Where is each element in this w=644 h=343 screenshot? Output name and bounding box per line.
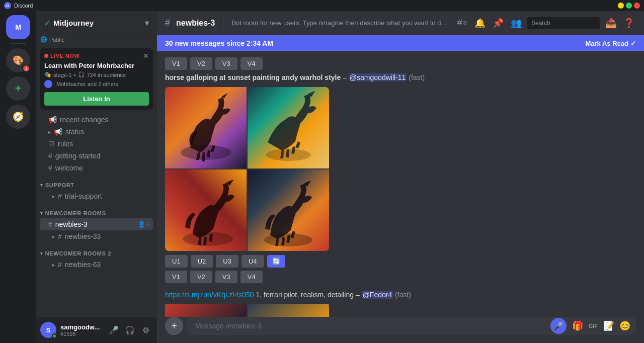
- category-support[interactable]: ▾ SUPPORT: [36, 174, 157, 190]
- v1-top-button[interactable]: V1: [165, 57, 187, 70]
- u1-button[interactable]: U1: [165, 255, 188, 268]
- chevron-right-icon-2: ▸: [52, 194, 55, 199]
- titlebar-controls[interactable]: [618, 3, 640, 9]
- message-input[interactable]: [195, 317, 546, 335]
- live-title: Learn with Peter Mohrbacher: [44, 62, 149, 69]
- server-header[interactable]: ✓ Midjourney ▾: [36, 11, 157, 35]
- voice-indicator: 🎤: [550, 318, 567, 334]
- listen-in-button[interactable]: Listen In: [44, 92, 149, 106]
- v2-top-button[interactable]: V2: [190, 57, 212, 70]
- u2-button[interactable]: U2: [191, 255, 213, 268]
- user-plus-icon: 👤+: [138, 221, 149, 228]
- prompt-text-2: 1, ferrari pilot, realism, detailing: [256, 291, 354, 299]
- maximize-button[interactable]: [626, 3, 632, 9]
- v1-bottom-button[interactable]: V1: [165, 271, 187, 283]
- refresh-button[interactable]: 🔄: [267, 255, 285, 268]
- main-content: # newbies-3 Bot room for new users. Type…: [157, 11, 644, 343]
- speed-tag-2: (fast): [395, 291, 411, 299]
- v4-top-button[interactable]: V4: [240, 57, 263, 70]
- image-cell-1: [165, 87, 247, 168]
- speed-tag-1: (fast): [409, 73, 425, 81]
- svg-point-5: [183, 232, 233, 246]
- search-bar[interactable]: 🔍: [527, 17, 600, 29]
- stage-icon: 🎭: [44, 71, 51, 78]
- sticker-button[interactable]: 📝: [602, 319, 616, 333]
- search-input[interactable]: [531, 20, 607, 27]
- chevron-right-icon-3: ▸: [52, 234, 55, 239]
- avatar-letter: S: [46, 326, 51, 334]
- live-now-header: LIVE NOW ✕: [44, 52, 149, 60]
- channel-item-status[interactable]: ▸ 📢 status: [40, 126, 153, 138]
- members-icon: #: [457, 18, 462, 28]
- mark-as-read-button[interactable]: Mark As Read ✓: [586, 40, 636, 47]
- live-now-banner: LIVE NOW ✕ Learn with Peter Mohrbacher 🎭…: [40, 48, 153, 110]
- presenters: Mohrbacher and 2 others: [44, 80, 149, 88]
- message-link[interactable]: https://s.mj.run/vKqLzI4s050: [165, 291, 254, 299]
- inbox-icon[interactable]: 📥: [604, 16, 618, 30]
- header-actions: # 8 🔔 📌 👥 🔍 📥 ❓: [455, 16, 636, 30]
- members-list-icon[interactable]: 👥: [509, 16, 523, 30]
- image-cell-4: [248, 169, 329, 251]
- pin-icon[interactable]: 📌: [491, 16, 505, 30]
- channel-item-newbies-3[interactable]: # newbies-3 👤+: [40, 218, 153, 230]
- chevron-right-icon: ▸: [48, 129, 51, 135]
- prompt-text-1: horse galloping at sunset painting andy …: [165, 73, 341, 81]
- channel-item-newbies-63[interactable]: ▸ # newbies-63: [40, 259, 153, 271]
- channel-sidebar: ✓ Midjourney ▾ 🌐 Public LIVE NOW ✕ Learn…: [36, 11, 157, 343]
- partial-img-1: [165, 304, 247, 317]
- server-icon-1[interactable]: 🎨 1: [6, 48, 30, 72]
- user-bar: S samgoodw... #1598 🎤 🎧 ⚙: [36, 317, 157, 343]
- channel-item-rules[interactable]: ☑ rules: [40, 138, 153, 150]
- u4-button[interactable]: U4: [242, 255, 264, 268]
- v4-bottom-button[interactable]: V4: [240, 271, 263, 283]
- message-prompt-2: https://s.mj.run/vKqLzI4s050 1, ferrari …: [165, 290, 636, 300]
- add-attachment-button[interactable]: +: [165, 317, 183, 335]
- help-icon[interactable]: ❓: [622, 16, 636, 30]
- gif-button[interactable]: GIF: [587, 319, 600, 333]
- v3-bottom-button[interactable]: V3: [215, 271, 237, 283]
- hash-with-count-icon[interactable]: # 8: [455, 16, 469, 30]
- v3-top-button[interactable]: V3: [215, 57, 237, 70]
- user-mention-2[interactable]: @Fedor4: [362, 291, 393, 299]
- channel-item-trial-support[interactable]: ▸ # trial-support: [40, 190, 153, 202]
- message-group-1: V1 V2 V3 V4 horse galloping at sunset pa…: [157, 55, 644, 288]
- hash-icon-2: #: [48, 164, 52, 172]
- settings-button[interactable]: ⚙: [139, 323, 153, 337]
- channel-header: # newbies-3 Bot room for new users. Type…: [157, 11, 644, 35]
- headphone-button[interactable]: 🎧: [123, 323, 137, 337]
- titlebar: D Discord: [0, 0, 644, 11]
- server-name: Midjourney: [53, 19, 94, 27]
- new-messages-banner[interactable]: 30 new messages since 2:34 AM Mark As Re…: [157, 35, 644, 51]
- user-mention-1[interactable]: @samgoodwill-11: [349, 73, 407, 81]
- minimize-button[interactable]: [618, 3, 624, 9]
- channel-item-getting-started[interactable]: # getting-started: [40, 150, 153, 162]
- server-divider: [10, 43, 26, 44]
- channel-item-recent-changes[interactable]: 📢 recent-changes: [40, 114, 153, 126]
- add-server-button[interactable]: +: [6, 76, 30, 101]
- new-messages-text: 30 new messages since 2:34 AM: [165, 39, 273, 47]
- close-button[interactable]: [634, 3, 640, 9]
- live-meta: 🎭 stage-1 • 🎧 724 in audience: [44, 71, 149, 78]
- messages-area[interactable]: 30 new messages since 2:34 AM Mark As Re…: [157, 35, 644, 317]
- hash-icon-6: #: [58, 261, 62, 269]
- hash-icon-4: #: [48, 220, 52, 228]
- gift-button[interactable]: 🎁: [571, 319, 585, 333]
- channel-item-newbies-33[interactable]: ▸ # newbies-33: [40, 230, 153, 242]
- explore-servers-button[interactable]: 🧭: [6, 105, 30, 129]
- channel-header-name: newbies-3: [176, 19, 215, 28]
- audience-count: 724 in audience: [87, 72, 126, 78]
- emoji-button[interactable]: 😊: [618, 319, 632, 333]
- notification-icon[interactable]: 🔔: [473, 16, 487, 30]
- partial-image-row: [165, 304, 636, 317]
- mic-button[interactable]: 🎤: [107, 323, 121, 337]
- app-body: M 🎨 1 + 🧭 ✓ Midjourney ▾ 🌐 Public L: [0, 11, 644, 343]
- v2-bottom-button[interactable]: V2: [190, 271, 212, 283]
- close-live-icon[interactable]: ✕: [143, 52, 149, 60]
- category-newcomer-rooms-2[interactable]: ▾ NEWCOMER ROOMS 2: [36, 242, 157, 259]
- u3-button[interactable]: U3: [216, 255, 238, 268]
- category-newcomer-rooms[interactable]: ▾ NEWCOMER ROOMS: [36, 202, 157, 218]
- hash-icon-3: #: [58, 192, 62, 200]
- server-icon-midjourney[interactable]: M: [6, 15, 30, 39]
- channel-item-welcome[interactable]: # welcome: [40, 162, 153, 174]
- server-badge: 1: [22, 64, 30, 72]
